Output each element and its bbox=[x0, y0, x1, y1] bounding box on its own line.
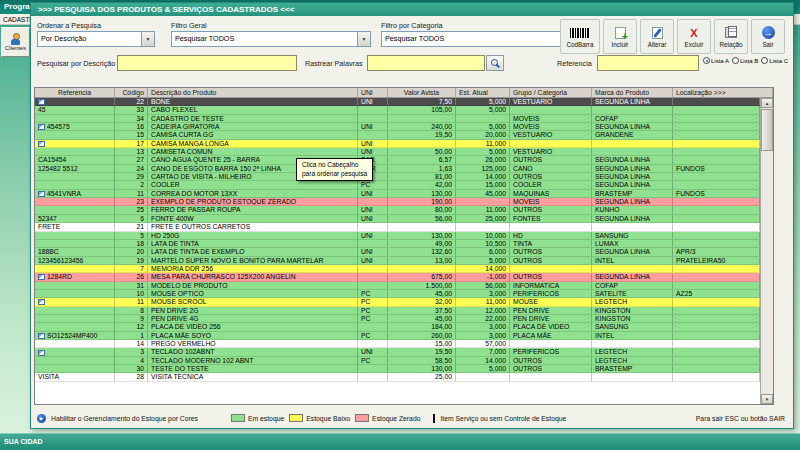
table-row[interactable]: 25FERRO DE PASSAR ROUPAUNI80,0011,000OUT… bbox=[35, 206, 760, 214]
radio-lista-b[interactable]: Lista B bbox=[732, 57, 758, 64]
cell-gru bbox=[510, 373, 592, 380]
table-row[interactable]: 31MODELO DE PRODUTO1.500,0056,000INFORMA… bbox=[35, 282, 760, 290]
cell-val: 240,00 bbox=[388, 123, 456, 130]
table-row[interactable]: 34CADASTRO DE TESTEMOVEISCOFAP bbox=[35, 115, 760, 123]
legend-toggle-label: Habilitar o Gerenciamento do Estoque por… bbox=[51, 415, 198, 422]
table-row[interactable]: 18LATA DE TINTA49,0010,500TINTALUMAX bbox=[35, 240, 760, 248]
cell-val: 56,00 bbox=[388, 215, 456, 222]
cell-mar: SEGUNDA LINHA bbox=[592, 181, 673, 188]
table-row[interactable]: 12345612345619MARTELO SUPER NOVO E BONIT… bbox=[35, 257, 760, 265]
alterar-button[interactable]: Alterar bbox=[640, 19, 674, 54]
cell-est: 12,000 bbox=[456, 307, 510, 314]
codbarra-button[interactable]: CodBarra bbox=[560, 19, 600, 54]
stock-color-toggle-icon[interactable]: ▶ bbox=[37, 414, 46, 423]
table-row[interactable]: 3TECLADO 102ABNTUNI19,507,000PERIFERICOS… bbox=[35, 348, 760, 356]
rastrear-input[interactable] bbox=[367, 55, 485, 71]
table-row[interactable]: 7MEMORIA DDR 25614,000 bbox=[35, 265, 760, 273]
ordenar-label: Ordenar a Pesquisa bbox=[37, 21, 101, 30]
table-row[interactable]: 5HD 250GUNI130,0010,000HDSANSUNG bbox=[35, 232, 760, 240]
cell-val: 25,00 bbox=[388, 373, 456, 380]
cell-mar: COFAP bbox=[592, 115, 673, 122]
excluir-button[interactable]: Excluir bbox=[677, 19, 711, 54]
table-row[interactable]: 12PLACA DE VIDEO 256184,003,000PLACA DE … bbox=[35, 323, 760, 331]
column-header[interactable]: UNI bbox=[358, 88, 388, 97]
cell-cod: 29 bbox=[115, 173, 148, 180]
table-row[interactable]: 4541VNRA11CORREA DO MOTOR 13XXUNI130,004… bbox=[35, 190, 760, 198]
cell-desc: PEN DRIVE 2G bbox=[148, 307, 358, 314]
cell-cod: 31 bbox=[115, 282, 148, 289]
column-header[interactable]: Valor Avista bbox=[388, 88, 456, 97]
table-row[interactable]: 30TESTE DO TESTE130,005,000OUTROSBRASTEM… bbox=[35, 365, 760, 373]
cell-loc bbox=[673, 265, 760, 272]
status-text: SUA CIDAD bbox=[4, 438, 43, 445]
cell-est: 45,000 bbox=[456, 190, 510, 197]
cell-gru bbox=[510, 265, 592, 272]
cell-cod: 20 bbox=[115, 248, 148, 255]
filtro-categoria-select[interactable]: Pesquisar TODOS ▼ bbox=[381, 31, 581, 47]
incluir-button[interactable]: Incluir bbox=[603, 19, 637, 54]
table-row[interactable]: 23EXEMPLO DE PRODUTO ESTOQUE ZERADO190,0… bbox=[35, 198, 760, 206]
cell-gru: INFORMATICA bbox=[510, 282, 592, 289]
table-row[interactable]: 2COOLERPC42,0015,000COOLERSEGUNDA LINHA bbox=[35, 181, 760, 189]
cell-ref bbox=[35, 181, 115, 188]
cell-loc: APR/3 bbox=[673, 248, 760, 255]
scroll-down-icon[interactable]: ▼ bbox=[761, 394, 773, 404]
table-row[interactable]: 9PEN DRIVE 4GPC45,0022,000PEN DRIVEKINGS… bbox=[35, 315, 760, 323]
descricao-input[interactable] bbox=[117, 55, 297, 71]
table-row[interactable]: 22BONEUNI7,505,000VESTUARIOSEGUNDA LINHA bbox=[35, 98, 760, 106]
ordenar-select[interactable]: Por Descrição ▼ bbox=[37, 31, 155, 47]
scrollbar-thumb[interactable] bbox=[761, 109, 773, 151]
table-row[interactable]: FRETE21FRETE E OUTROS CARRETOS bbox=[35, 223, 760, 231]
table-row[interactable]: 14PREGO VERMELHO15,0057,000 bbox=[35, 340, 760, 348]
table-row[interactable]: 45457516CADEIRA GIRATORIAUNI240,005,000M… bbox=[35, 123, 760, 131]
radio-lista-a[interactable]: Lista A bbox=[703, 57, 729, 64]
cell-est: 5,000 bbox=[456, 257, 510, 264]
table-row[interactable]: 188BC20LATA DE TINTA DE EXEMPLOUNI132,60… bbox=[35, 248, 760, 256]
table-row[interactable]: 1284RD26MESA PARA CHURRASCO 125X200 ANGE… bbox=[35, 273, 760, 281]
table-row[interactable]: CA1545427CANO AGUA QUENTE 25 - BARRABAR6… bbox=[35, 156, 760, 164]
table-row[interactable]: 4533CABO FLEXEL105,005,000 bbox=[35, 106, 760, 114]
column-header[interactable]: Descrição do Produto bbox=[148, 88, 358, 97]
chevron-down-icon[interactable]: ▼ bbox=[357, 32, 370, 46]
table-row[interactable]: 523476FONTE 400WUNI56,0025,000FONTESSEGU… bbox=[35, 215, 760, 223]
table-row[interactable]: 4TECLADO MODERNO 102 ABNTPC58,5014,000OU… bbox=[35, 357, 760, 365]
cell-ref bbox=[35, 173, 115, 180]
column-header[interactable]: Código bbox=[115, 88, 148, 97]
cell-mar: SATELITE bbox=[592, 290, 673, 297]
table-row[interactable]: 17CAMISA MANGA LONGAUNI11,000 bbox=[35, 140, 760, 148]
column-header[interactable]: Marca do Produto bbox=[592, 88, 673, 97]
clientes-button[interactable]: Clientes bbox=[1, 27, 30, 57]
table-row[interactable]: 13CAMISETA COMUNUNI50,005,000VESTUARIO bbox=[35, 148, 760, 156]
exit-icon bbox=[762, 26, 775, 40]
cell-est: 15,000 bbox=[456, 181, 510, 188]
add-icon bbox=[615, 27, 626, 39]
search-button[interactable] bbox=[486, 55, 504, 71]
column-header[interactable]: Referencia bbox=[35, 88, 115, 97]
photo-icon bbox=[38, 191, 45, 197]
table-row[interactable]: 11MOUSE SCROOLPC32,0011,000MOUSELEGTECH bbox=[35, 298, 760, 306]
relao-button[interactable]: Relação bbox=[714, 19, 748, 54]
cell-desc: CAMISA MANGA LONGA bbox=[148, 140, 358, 147]
referencia-input[interactable] bbox=[597, 55, 699, 71]
table-row[interactable]: SO12524MP4001PLACA MÃE SOYOPC260,003,000… bbox=[35, 332, 760, 340]
table-row[interactable]: VISITA28VISITA TECNICA25,00 bbox=[35, 373, 760, 381]
table-row[interactable]: 10MOUSE OPTICOPC45,003,000PERIFERICOSSAT… bbox=[35, 290, 760, 298]
table-row[interactable]: 29CARTAO DE VISITA - MILHEIROML81,0014,0… bbox=[35, 173, 760, 181]
cell-est: 25,000 bbox=[456, 215, 510, 222]
column-header[interactable]: Grupo / Categoria bbox=[510, 88, 592, 97]
products-grid: ReferenciaCódigoDescrição do ProdutoUNIV… bbox=[34, 87, 774, 405]
column-header[interactable]: Est. Atual bbox=[456, 88, 510, 97]
filtro-categoria-value: Pesquisar TODOS bbox=[385, 32, 565, 46]
radio-lista-c[interactable]: Lista C bbox=[761, 57, 788, 64]
table-row[interactable]: 125482 551224CANO DE ESGOTO BARRA 150 2ª… bbox=[35, 165, 760, 173]
vertical-scrollbar[interactable]: ▲ ▼ bbox=[760, 98, 773, 404]
chevron-down-icon[interactable]: ▼ bbox=[141, 32, 154, 46]
table-row[interactable]: 15CAMISA CURTA GG19,5020,000VESTUARIOGRA… bbox=[35, 131, 760, 139]
cell-cod: 33 bbox=[115, 106, 148, 113]
radio-label: Lista B bbox=[740, 58, 758, 64]
sair-button[interactable]: Sair bbox=[751, 19, 785, 54]
column-header[interactable]: Localização >>> bbox=[673, 88, 773, 97]
scroll-up-icon[interactable]: ▲ bbox=[761, 98, 773, 108]
filtro-geral-select[interactable]: Pesquisar TODOS ▼ bbox=[171, 31, 371, 47]
table-row[interactable]: 8PEN DRIVE 2GPC37,5012,000PEN DRIVEKINGS… bbox=[35, 307, 760, 315]
